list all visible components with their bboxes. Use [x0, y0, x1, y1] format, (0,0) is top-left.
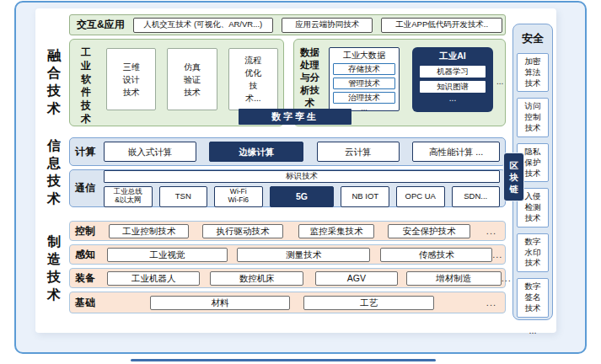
industrial-software-label: 工业软件技术: [77, 46, 95, 126]
sdn-box: SDN...: [452, 186, 501, 207]
perception-row-label: 感知: [75, 248, 104, 262]
storage-tech-box: 存储技术: [333, 63, 395, 75]
fieldbus-ethernet-box: 工业总线 &以太网: [104, 186, 153, 207]
equipment-row-label: 装备: [75, 271, 104, 286]
access-control-tech-box: 访问控制技术: [517, 98, 549, 136]
encryption-algo-tech-box: 加密算法技术: [517, 53, 549, 92]
additive-mfg-box: 增材制造: [406, 271, 502, 286]
sensing-tech-box: 传感技术: [380, 248, 492, 262]
foundation-row-ellipsis: ...: [486, 297, 498, 308]
digital-twin-bar: 数字孪生: [239, 109, 351, 125]
control-row-ellipsis: ...: [486, 226, 498, 236]
data-analysis-label: 数据处理与分析技术: [299, 46, 320, 110]
compute-row: 计算 嵌入式计算 边缘计算 云计算 高性能计算 ...: [69, 137, 506, 166]
perception-row-ellipsis: ...: [492, 249, 504, 260]
materials-box: 材料: [150, 296, 290, 310]
digital-signature-tech-box: 数字签名技术: [517, 278, 549, 317]
cloud-collab-tech-box: 应用云端协同技术: [282, 18, 373, 33]
compute-items: 嵌入式计算 边缘计算 云计算 高性能计算 ...: [104, 142, 500, 162]
3d-design-tech-box: 三维设计技术: [106, 48, 156, 110]
equipment-row: 装备 工业机器人 数控机床 AGV 增材制造 ...: [69, 268, 506, 288]
security-ellipsis: ...: [529, 325, 536, 335]
hmi-tech-box: 人机交互技术 (可视化、AR/VR...): [133, 18, 273, 33]
identifier-tech-banner: 标识技术: [104, 170, 500, 183]
measurement-tech-box: 测量技术: [237, 248, 370, 262]
wifi-box: Wi-Fi Wi-Fi6: [214, 186, 263, 207]
industrial-app-lowcode-box: 工业APP低代码开发技术..: [381, 18, 502, 33]
foundation-row: 基础 材料 工艺 ...: [69, 292, 506, 313]
equipment-row-ellipsis: ...: [502, 273, 513, 283]
machine-vision-box: 工业视觉: [107, 248, 228, 262]
industrial-robot-box: 工业机器人: [107, 271, 200, 286]
control-row-label: 控制: [75, 224, 104, 238]
knowledge-graph-box: 知识图谱: [420, 81, 486, 93]
blockchain-tag: 区块链: [504, 153, 523, 201]
interaction-app-strip: 交互&应用 人机交互技术 (可视化、AR/VR...) 应用云端协同技术 工业A…: [69, 14, 506, 35]
safety-protection-tech-box: 安全保护技术: [388, 224, 470, 238]
industrial-control-tech-box: 工业控制技术: [109, 224, 189, 238]
section-label-fusion-tech: 融合技术: [45, 46, 63, 117]
tech-architecture-panel: 融合技术 信息技术 制造技术 交互&应用 人机交互技术 (可视化、AR/VR..…: [35, 8, 556, 333]
compute-row-label: 计算: [75, 145, 104, 159]
opcua-box: OPC UA: [396, 186, 445, 207]
industrial-ai-title: 工业AI: [420, 51, 486, 62]
ai-ellipsis: ...: [420, 96, 486, 101]
tsn-box: TSN: [159, 186, 208, 207]
nbiot-box: NB IOT: [341, 186, 389, 207]
security-title: 安全: [522, 31, 544, 46]
digital-watermark-tech-box: 数字水印技术: [517, 233, 549, 272]
control-row: 控制 工业控制技术 执行驱动技术 监控采集技术 安全保护技术 ...: [69, 221, 506, 241]
actuation-drive-tech-box: 执行驱动技术: [202, 224, 282, 238]
partial-bottom-border: [131, 359, 436, 361]
edge-computing-box: 边缘计算: [209, 142, 303, 162]
communication-row-label: 通信: [75, 181, 104, 195]
hpc-box: 高性能计算 ...: [412, 142, 500, 162]
simulation-verify-tech-box: 仿真验证技术: [167, 48, 217, 110]
cloud-computing-box: 云计算: [317, 142, 400, 162]
industrial-bigdata-title: 工业大数据: [333, 50, 395, 62]
embedded-computing-box: 嵌入式计算: [104, 142, 196, 162]
perception-row: 感知 工业视觉 测量技术 传感技术 ...: [69, 244, 506, 265]
industrial-bigdata-panel: 工业大数据 存储技术 管理技术 治理技术 ...: [329, 47, 400, 111]
section-label-info-tech: 信息技术: [45, 136, 63, 207]
monitoring-acquisition-tech-box: 监控采集技术: [298, 224, 374, 238]
foundation-row-label: 基础: [75, 296, 104, 310]
cnc-machine-box: 数控机床: [210, 271, 303, 286]
communication-row: 通信 标识技术 工业总线 &以太网 TSN Wi-Fi Wi-Fi6 5G NB…: [69, 169, 506, 207]
process-optimize-tech-box: 流程优化技术...: [228, 48, 278, 110]
machine-learning-box: 机器学习: [420, 66, 486, 78]
governance-tech-box: 治理技术: [333, 92, 395, 104]
industrial-ai-panel: 工业AI 机器学习 知识图谱 ...: [412, 47, 493, 112]
management-tech-box: 管理技术: [333, 78, 395, 89]
section-label-mfg-tech: 制造技术: [45, 233, 63, 303]
data-group-ellipsis: ...: [496, 77, 503, 86]
communication-items: 标识技术 工业总线 &以太网 TSN Wi-Fi Wi-Fi6 5G NB IO…: [104, 170, 500, 207]
agv-box: AGV: [315, 271, 398, 286]
process-craft-box: 工艺: [303, 296, 435, 310]
interaction-app-label: 交互&应用: [75, 18, 125, 32]
5g-box: 5G: [270, 186, 335, 207]
